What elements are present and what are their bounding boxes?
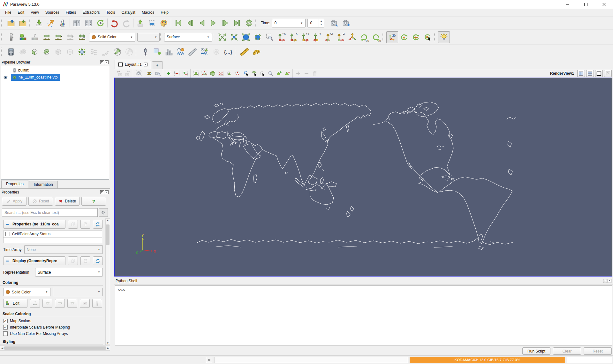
plot-over-line-button[interactable]	[187, 46, 199, 58]
maximize-view-button[interactable]	[595, 70, 603, 77]
hover-cells-button[interactable]	[258, 70, 266, 77]
menu-sources[interactable]: Sources	[42, 9, 63, 16]
rescale-visible-range-button[interactable]	[76, 31, 88, 43]
open-button[interactable]	[5, 17, 17, 29]
select-points-polygon-button[interactable]	[233, 70, 241, 77]
toolbar-grip[interactable]	[255, 19, 258, 27]
interactive-select-cells-button[interactable]	[242, 70, 250, 77]
zoom-to-data-button[interactable]	[228, 31, 240, 43]
rescale-range-mini-button[interactable]	[42, 299, 52, 308]
interactive-select-points-button[interactable]	[250, 70, 258, 77]
display-section-button[interactable]: Display (GeometryRepre	[3, 256, 65, 265]
glyph-filter-button[interactable]	[76, 46, 88, 58]
properties-section-button[interactable]: Properties (ne_110m_coa	[3, 220, 65, 229]
menu-view[interactable]: View	[27, 9, 42, 16]
reset-camera-button[interactable]	[216, 31, 228, 43]
rotate-90-cw-button[interactable]: +90	[358, 31, 370, 43]
pipeline-item-builtin[interactable]: builtin:	[1, 67, 109, 74]
menu-catalyst[interactable]: Catalyst	[118, 9, 139, 16]
previous-frame-button[interactable]	[184, 17, 196, 29]
show-orientation-axes-button[interactable]	[386, 31, 398, 43]
hover-points-button[interactable]	[267, 70, 275, 77]
toolbar-grip[interactable]	[213, 33, 215, 41]
toggle-color-legend-button[interactable]	[5, 31, 17, 43]
protractor-button[interactable]	[250, 46, 262, 58]
search-input[interactable]	[2, 208, 98, 217]
calculator-filter-button[interactable]	[5, 46, 17, 58]
toolbar-grip[interactable]	[1, 48, 4, 56]
group-datasets-button[interactable]	[111, 46, 123, 58]
extract-subset-button[interactable]	[64, 46, 76, 58]
map-scalars-row[interactable]: ✓Map Scalars	[0, 318, 105, 324]
spin-down-icon[interactable]: ▼	[319, 23, 324, 26]
selected-pipeline-row[interactable]: ne_110m_coastline.vtp	[11, 74, 60, 81]
slice-filter-button[interactable]	[41, 46, 52, 58]
rescale-temporal-range-button[interactable]: t	[64, 31, 76, 43]
nan-color-row[interactable]: Use Nan Color For Missing Arrays	[0, 330, 105, 337]
toggle-2d-mode-button[interactable]: 2D	[145, 70, 153, 77]
toolbar-grip[interactable]	[235, 48, 237, 56]
run-script-button[interactable]: Run Script	[522, 347, 550, 355]
view-minus-y-button[interactable]: -Y	[311, 31, 323, 43]
coloring-array-combo[interactable]: Solid Color▼	[3, 288, 50, 296]
paste-display-button[interactable]	[80, 256, 90, 265]
interactive-slice-button[interactable]	[210, 46, 222, 58]
last-frame-button[interactable]	[231, 17, 243, 29]
add-camera-button[interactable]	[340, 17, 352, 29]
next-frame-button[interactable]	[219, 17, 231, 29]
menu-extractors[interactable]: Extractors	[79, 9, 103, 16]
select-cells-polygon-button[interactable]	[225, 70, 233, 77]
rescale-temporal-mini-button[interactable]: t	[67, 299, 77, 308]
reset-colormap-mini-button[interactable]: ?	[30, 299, 40, 308]
menu-help[interactable]: Help	[157, 9, 172, 16]
rescale-data-range-button[interactable]	[41, 31, 52, 43]
representation-combo[interactable]: Surface▼	[164, 33, 212, 42]
python-console[interactable]: >>>	[115, 285, 612, 345]
shrink-selection-button[interactable]	[283, 70, 291, 77]
rotation-center-button[interactable]	[398, 31, 410, 43]
stream-tracer-button[interactable]	[88, 46, 100, 58]
auto-apply-button[interactable]	[134, 17, 146, 29]
undock-icon[interactable]	[603, 279, 607, 283]
extract-block-button[interactable]	[123, 46, 135, 58]
disconnect-server-button[interactable]	[83, 17, 95, 29]
play-backward-button[interactable]	[196, 17, 208, 29]
select-cells-through-button[interactable]	[208, 70, 216, 77]
isometric-view-button[interactable]	[346, 31, 358, 43]
capture-screenshot-button[interactable]	[134, 70, 142, 77]
render-view-name[interactable]: RenderView1	[550, 71, 574, 76]
close-view-button[interactable]	[604, 70, 612, 77]
select-points-through-button[interactable]	[217, 70, 225, 77]
save-data-button[interactable]	[17, 17, 29, 29]
select-cells-on-surface-button[interactable]	[192, 70, 200, 77]
close-button[interactable]	[595, 0, 613, 9]
reset-camera-closest-button[interactable]	[240, 31, 252, 43]
delete-annotation-button[interactable]	[311, 70, 319, 77]
layout-tab[interactable]: Layout #1 ×	[115, 60, 151, 69]
pipeline-item-coastline[interactable]: ne_110m_coastline.vtp	[1, 74, 109, 81]
grow-selection-button[interactable]	[275, 70, 283, 77]
scrollbar-thumb[interactable]	[106, 224, 110, 245]
minimize-button[interactable]	[558, 0, 577, 9]
nan-color-checkbox[interactable]	[3, 331, 8, 336]
close-panel-icon[interactable]: ×	[105, 60, 109, 64]
scrollbar-thumb[interactable]	[4, 346, 106, 350]
new-layout-tab[interactable]: +	[152, 61, 163, 69]
time-index-spinbox[interactable]: 0▲▼	[307, 19, 324, 27]
representation-property-combo[interactable]: Surface▼	[35, 268, 103, 277]
undo-button[interactable]	[109, 17, 120, 29]
delete-button[interactable]: Delete	[55, 197, 79, 206]
show-scalar-bar-mini-button[interactable]	[92, 299, 102, 308]
copy-properties-button[interactable]	[68, 220, 78, 229]
undock-icon[interactable]	[100, 190, 104, 194]
play-button[interactable]	[208, 17, 219, 29]
menu-file[interactable]: File	[2, 9, 14, 16]
maximize-button[interactable]	[577, 0, 595, 9]
reset-color-map-button[interactable]: ?	[29, 31, 41, 43]
add-selection-button[interactable]	[164, 70, 172, 77]
time-array-combo[interactable]: None▼	[24, 245, 103, 254]
copy-display-button[interactable]	[68, 256, 78, 265]
choose-preset-button[interactable]: ♥	[80, 299, 90, 308]
clear-console-button[interactable]: Clear	[553, 347, 581, 355]
auto-save-state-button[interactable]	[146, 17, 158, 29]
